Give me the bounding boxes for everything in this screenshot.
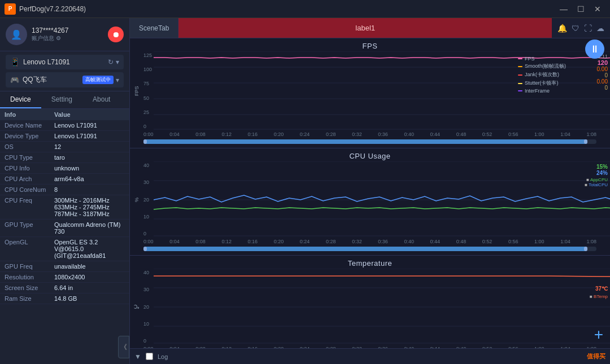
- user-sub[interactable]: 账户信息 ⚙: [32, 34, 103, 42]
- cpu-y-20: 20: [143, 197, 149, 203]
- titlebar: P PerfDog(v7.2.220648) — ☐ ✕: [0, 0, 610, 18]
- fps-chart-title: FPS: [130, 38, 610, 51]
- notification-icon[interactable]: 🔔: [557, 24, 567, 33]
- info-row: Device TypeLenovo L71091: [0, 131, 129, 142]
- fps-y-label: FPS: [130, 51, 143, 130]
- info-rows: Device NameLenovo L71091Device TypeLenov…: [0, 120, 129, 304]
- cloud-icon[interactable]: ☁: [596, 24, 604, 33]
- info-value: OpenGL ES 3.2 V@0615.0 (GIT@21eaafda81: [54, 239, 125, 259]
- cpu-total-val: 24%: [585, 170, 608, 176]
- charts-area: FPS FPS 125 100 75 50 25 0: [130, 38, 610, 348]
- fps-scroll-track[interactable]: [143, 139, 596, 144]
- app-icon: P: [5, 3, 16, 15]
- info-value: unavailable: [54, 263, 125, 270]
- cpu-y-30: 30: [143, 179, 149, 185]
- info-value: 1080x2400: [54, 274, 125, 280]
- info-value: 8: [54, 186, 125, 193]
- fps-scroll-left[interactable]: [143, 139, 147, 144]
- col-info: Info: [5, 111, 54, 118]
- shield-icon[interactable]: 🛡: [572, 24, 580, 33]
- share-icon[interactable]: ⛶: [584, 24, 592, 33]
- temp-legend-btemp: ■ BTemp: [590, 294, 608, 299]
- info-label: Device Type: [5, 133, 54, 139]
- cpu-y-0: 0: [143, 231, 149, 236]
- cpu-chart-body: % 40 30 20 10 0: [130, 161, 610, 238]
- fps-current: 120: [597, 59, 608, 66]
- fps-zero2: 0: [597, 85, 608, 91]
- device-name: Lenovo L71091: [23, 58, 108, 66]
- fps-y-50: 50: [143, 95, 152, 101]
- watermark: 值得买: [587, 352, 605, 361]
- app-title: PerfDog(v7.2.220648): [19, 5, 86, 13]
- info-row: CPU Archarm64-v8a: [0, 174, 129, 185]
- fps-y-75: 75: [143, 81, 152, 86]
- info-row: OS12: [0, 142, 129, 152]
- info-value: 12: [54, 143, 125, 150]
- info-label: Device Name: [5, 122, 54, 129]
- temp-current: 37℃: [590, 286, 608, 292]
- log-checkbox[interactable]: [146, 353, 153, 360]
- info-value: Qualcomm Adreno (TM) 730: [54, 221, 125, 235]
- fps-y-25: 25: [143, 109, 152, 115]
- fps-scroll-right[interactable]: [584, 139, 587, 144]
- minimize-button[interactable]: —: [556, 2, 572, 16]
- app-menu-button[interactable]: ▾: [116, 76, 119, 84]
- cpu-scroll-left[interactable]: [143, 247, 147, 251]
- user-name: 137****4267: [32, 27, 103, 34]
- cpu-app-val: 15%: [585, 164, 608, 170]
- info-row: Resolution1080x2400: [0, 272, 129, 283]
- scene-tab[interactable]: SceneTab: [130, 18, 178, 38]
- tab-device[interactable]: Device: [0, 91, 41, 108]
- device-menu-button[interactable]: ▾: [116, 58, 119, 66]
- temp-y-20: 20: [143, 304, 149, 310]
- temp-chart-body: ℃ 40 30 20 10 0: [130, 269, 610, 345]
- fps-chart: FPS FPS 125 100 75 50 25 0: [130, 38, 610, 148]
- record-button[interactable]: ⏺: [108, 27, 124, 42]
- device-section: 📱 Lenovo L71091 ↻ ▾ 🎮 QQ飞车 高帧测试中 ▾: [0, 51, 129, 91]
- info-row: OpenGLOpenGL ES 3.2 V@0615.0 (GIT@21eaaf…: [0, 237, 129, 261]
- fps-y-0: 0: [143, 124, 152, 129]
- pause-button[interactable]: ⏸: [585, 40, 604, 59]
- info-label: CPU Arch: [5, 176, 54, 182]
- refresh-device-button[interactable]: ↻: [108, 58, 114, 66]
- tab-setting[interactable]: Setting: [41, 91, 82, 108]
- close-button[interactable]: ✕: [590, 2, 605, 16]
- maximize-button[interactable]: ☐: [573, 2, 589, 16]
- info-value: arm64-v8a: [54, 176, 125, 182]
- cpu-y-40: 40: [143, 163, 149, 168]
- info-table: Info Value Device NameLenovo L71091Devic…: [0, 109, 129, 364]
- fps-smooth-val: 0.00: [597, 66, 608, 72]
- info-label: Resolution: [5, 274, 54, 280]
- cpu-scroll-right[interactable]: [584, 247, 587, 251]
- label1-bar: label1: [178, 18, 552, 38]
- user-info: 137****4267 账户信息 ⚙: [32, 27, 103, 42]
- cpu-chart: CPU Usage % 40 30 20 10 0: [130, 148, 610, 256]
- temp-y-0: 0: [143, 338, 149, 344]
- fps-y-100: 100: [143, 67, 152, 72]
- info-row: CPU Typetaro: [0, 152, 129, 163]
- info-label: OpenGL: [5, 239, 54, 259]
- fps-values: 1:11 120 0.00 0 0.00 0: [597, 54, 608, 91]
- cpu-x-axis: 0:000:040:08 0:120:160:20 0:240:280:32 0…: [130, 238, 610, 247]
- add-chart-button[interactable]: +: [594, 326, 603, 344]
- info-value: 300MHz - 2016MHz 633MHz - 2745MHz 787MHz…: [54, 197, 125, 217]
- cpu-chart-title: CPU Usage: [130, 148, 610, 161]
- expand-button[interactable]: ▼: [134, 353, 141, 361]
- device-actions: ↻ ▾: [108, 58, 119, 66]
- cpu-values: 15% 24% ■ AppCPU ■ TotalCPU: [585, 164, 608, 187]
- cpu-legend-app: ■ AppCPU: [585, 177, 608, 182]
- temp-y-10: 10: [143, 321, 149, 327]
- info-label: GPU Freq: [5, 263, 54, 270]
- info-value: taro: [54, 154, 125, 161]
- collapse-panel-button[interactable]: 《: [118, 336, 129, 358]
- fps-legend: FPS Smooth(帧帧流畅) Jank(卡顿次数): [518, 56, 566, 94]
- info-label: OS: [5, 143, 54, 150]
- temp-chart: Temperature ℃ 40 30 20 10 0: [130, 256, 610, 348]
- info-label: Ram Size: [5, 295, 54, 302]
- fps-legend-smooth: Smooth(帧帧流畅): [518, 63, 566, 70]
- cpu-scroll-track[interactable]: [143, 247, 596, 251]
- tab-about[interactable]: About: [82, 91, 120, 108]
- info-value: 6.64 in: [54, 284, 125, 291]
- window-controls: — ☐ ✕: [556, 2, 605, 16]
- info-row: Device NameLenovo L71091: [0, 120, 129, 131]
